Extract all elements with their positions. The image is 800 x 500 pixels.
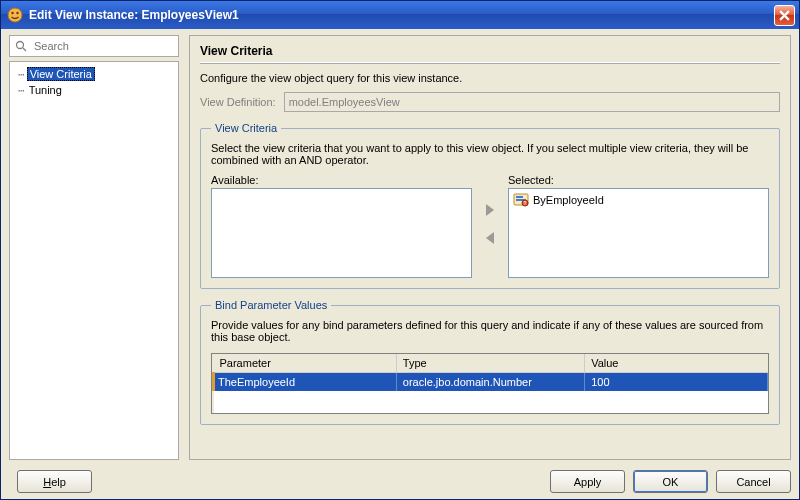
cell-type[interactable]: oracle.jbo.domain.Number	[396, 373, 584, 392]
window-title: Edit View Instance: EmployeesView1	[29, 8, 774, 22]
view-criteria-group: View Criteria Select the view criteria t…	[200, 122, 780, 289]
apply-button[interactable]: Apply	[550, 470, 625, 493]
available-label: Available:	[211, 174, 472, 186]
svg-point-0	[8, 8, 22, 22]
ok-button[interactable]: OK	[633, 470, 708, 493]
bind-params-group: Bind Parameter Values Provide values for…	[200, 299, 780, 425]
nav-item-tuning[interactable]: ⋯ Tuning	[12, 82, 176, 98]
bind-params-legend: Bind Parameter Values	[211, 299, 331, 311]
available-list[interactable]	[211, 188, 472, 278]
nav-item-label: Tuning	[27, 84, 64, 96]
bind-params-table[interactable]: Parameter Type Value TheEmployeeId oracl…	[212, 354, 768, 413]
list-item-label: ByEmployeeId	[533, 194, 604, 206]
col-value[interactable]: Value	[585, 354, 768, 373]
divider	[200, 62, 780, 64]
content-pane: View Criteria Configure the view object …	[189, 35, 791, 460]
view-definition-field: model.EmployeesView	[284, 92, 780, 112]
shuttle-buttons	[480, 174, 500, 278]
view-criteria-help: Select the view criteria that you want t…	[211, 142, 769, 166]
view-definition-value: model.EmployeesView	[289, 96, 400, 108]
bind-params-table-wrap: Parameter Type Value TheEmployeeId oracl…	[211, 353, 769, 414]
cancel-button[interactable]: Cancel	[716, 470, 791, 493]
list-item[interactable]: ? ByEmployeeId	[511, 191, 766, 209]
search-box[interactable]	[9, 35, 179, 57]
left-pane: ⋯ View Criteria ⋯ Tuning	[9, 35, 179, 460]
nav-tree[interactable]: ⋯ View Criteria ⋯ Tuning	[9, 61, 179, 460]
cell-value[interactable]: 100	[585, 373, 768, 392]
app-icon	[7, 7, 23, 23]
button-bar: Help Apply OK Cancel	[9, 466, 791, 493]
search-input[interactable]	[32, 39, 174, 53]
search-icon	[14, 39, 28, 53]
view-definition-label: View Definition:	[200, 96, 276, 108]
view-definition-row: View Definition: model.EmployeesView	[200, 92, 780, 112]
move-left-button[interactable]	[484, 231, 496, 249]
dialog-body: ⋯ View Criteria ⋯ Tuning View Criteria C…	[1, 29, 799, 499]
move-right-button[interactable]	[484, 203, 496, 221]
titlebar: Edit View Instance: EmployeesView1	[1, 1, 799, 29]
col-parameter[interactable]: Parameter	[214, 354, 397, 373]
shuttle-control: Available: Selected:	[211, 174, 769, 278]
criteria-icon: ?	[513, 192, 529, 208]
svg-point-2	[16, 12, 18, 14]
selected-label: Selected:	[508, 174, 769, 186]
bind-params-help: Provide values for any bind parameters d…	[211, 319, 769, 343]
tree-branch-icon: ⋯	[18, 68, 25, 81]
close-button[interactable]	[774, 5, 795, 26]
tree-branch-icon: ⋯	[18, 84, 25, 97]
table-row[interactable]: TheEmployeeId oracle.jbo.domain.Number 1…	[214, 373, 768, 392]
help-button[interactable]: Help	[17, 470, 92, 493]
svg-point-1	[11, 12, 13, 14]
table-empty-space	[214, 391, 768, 413]
nav-item-label: View Criteria	[27, 67, 95, 81]
cell-parameter[interactable]: TheEmployeeId	[214, 373, 397, 392]
view-criteria-legend: View Criteria	[211, 122, 281, 134]
dialog-window: Edit View Instance: EmployeesView1 ⋯ Vie…	[0, 0, 800, 500]
selected-list[interactable]: ? ByEmployeeId	[508, 188, 769, 278]
svg-point-3	[17, 42, 24, 49]
col-type[interactable]: Type	[396, 354, 584, 373]
section-heading: View Criteria	[200, 40, 780, 60]
section-intro: Configure the view object query for this…	[200, 72, 780, 84]
svg-rect-6	[516, 196, 523, 198]
svg-line-4	[23, 48, 26, 51]
svg-text:?: ?	[524, 200, 527, 206]
nav-item-view-criteria[interactable]: ⋯ View Criteria	[12, 66, 176, 82]
